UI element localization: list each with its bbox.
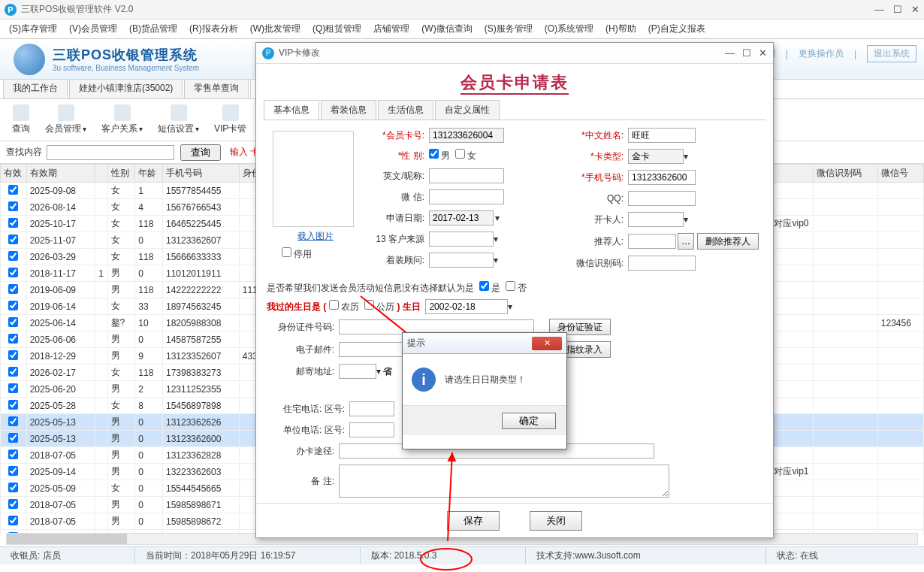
menu-item[interactable]: (B)货品管理 — [123, 20, 183, 38]
row-checkbox[interactable] — [8, 383, 18, 393]
cardtype-field[interactable] — [628, 149, 684, 164]
menu-item[interactable]: (W)微信查询 — [415, 20, 478, 38]
pick-recommender-button[interactable]: … — [678, 233, 694, 250]
menu-item[interactable]: (W)批发管理 — [244, 20, 306, 38]
row-checkbox[interactable] — [8, 433, 18, 443]
dialog-tab[interactable]: 自定义属性 — [435, 100, 500, 120]
opener-field[interactable] — [628, 212, 684, 227]
row-checkbox[interactable] — [8, 185, 18, 195]
menu-item[interactable]: (R)报表分析 — [183, 20, 244, 38]
stop-checkbox[interactable]: 停用 — [282, 249, 312, 259]
custsrc-field[interactable] — [429, 232, 494, 247]
birthday-solar[interactable]: 公历 — [364, 301, 394, 312]
sms-yes[interactable]: 是 — [479, 283, 500, 293]
row-checkbox[interactable] — [8, 499, 18, 509]
doc-tab[interactable]: 娃娃小镇津淮店(35002) — [69, 77, 183, 98]
row-checkbox[interactable] — [8, 317, 18, 327]
menu-item[interactable]: 店铺管理 — [367, 20, 415, 38]
upload-photo-link[interactable]: 载入图片 — [267, 230, 364, 243]
row-checkbox[interactable] — [8, 251, 18, 261]
search-button[interactable]: 查询 — [180, 144, 221, 161]
cardno-field[interactable] — [429, 128, 504, 143]
qq-field[interactable] — [628, 191, 696, 206]
doc-tab[interactable]: 我的工作台 — [3, 77, 68, 98]
menu-item[interactable]: (S)库存管理 — [3, 20, 63, 38]
row-checkbox[interactable] — [8, 416, 18, 426]
column-header[interactable] — [95, 165, 107, 183]
dialog-tab[interactable]: 生活信息 — [378, 100, 433, 120]
dialog-titlebar[interactable]: P VIP卡修改 — ☐ ✕ — [256, 43, 773, 64]
close-button[interactable]: ✕ — [911, 4, 919, 15]
work-area-field[interactable] — [349, 422, 394, 437]
column-header[interactable]: 有效 — [1, 165, 27, 183]
birthday-lunar[interactable]: 农历 — [329, 301, 359, 312]
delete-recommender-button[interactable]: 删除推荐人 — [697, 233, 759, 250]
row-checkbox[interactable] — [8, 284, 18, 294]
close-dialog-button[interactable]: 关闭 — [530, 511, 582, 531]
row-checkbox[interactable] — [8, 400, 18, 410]
menu-item[interactable]: (H)帮助 — [599, 20, 642, 38]
ename-field[interactable] — [429, 168, 504, 183]
alert-close-button[interactable]: ✕ — [532, 337, 562, 350]
addr-prov-field[interactable] — [339, 364, 376, 379]
dresser-field[interactable] — [429, 253, 494, 268]
column-header[interactable]: 手机号码 — [162, 165, 239, 183]
birthday-field[interactable] — [425, 299, 508, 314]
applydate-field[interactable] — [429, 210, 494, 225]
column-header[interactable]: 有效期 — [26, 165, 95, 183]
note-field[interactable] — [339, 465, 669, 498]
row-checkbox[interactable] — [8, 218, 18, 228]
action-switch-operator[interactable]: 更换操作员 — [799, 47, 844, 60]
alert-titlebar[interactable]: 提示 ✕ — [403, 333, 566, 354]
tool-crm[interactable]: 客户关系 — [95, 103, 149, 137]
column-header[interactable]: 年龄 — [135, 165, 163, 183]
cname-field[interactable] — [628, 128, 696, 143]
row-checkbox[interactable] — [8, 268, 18, 277]
action-exit[interactable]: 退出系统 — [867, 45, 916, 62]
column-header[interactable]: 微信识别码 — [814, 165, 878, 183]
home-area-field[interactable] — [349, 401, 394, 416]
row-checkbox[interactable] — [8, 201, 18, 211]
sex-male[interactable]: 男 — [429, 149, 450, 162]
row-checkbox[interactable] — [8, 350, 18, 360]
row-checkbox[interactable] — [8, 483, 18, 492]
alert-text: 请选生日日期类型！ — [445, 374, 526, 386]
tool-query[interactable]: 查询 — [6, 103, 36, 137]
maximize-button[interactable]: ☐ — [893, 4, 902, 15]
row-checkbox[interactable] — [8, 334, 18, 344]
mobile-field[interactable] — [628, 170, 696, 185]
sex-female[interactable]: 女 — [455, 149, 476, 162]
column-header[interactable]: 微信号 — [877, 165, 923, 183]
wechat-field[interactable] — [429, 189, 504, 204]
row-checkbox[interactable] — [8, 466, 18, 476]
menu-item[interactable]: (V)会员管理 — [63, 20, 123, 38]
tool-member[interactable]: 会员管理 — [39, 103, 92, 137]
doc-tab[interactable]: 零售单查询 — [184, 77, 249, 98]
row-checkbox[interactable] — [8, 516, 18, 525]
menu-item[interactable]: (O)系统管理 — [539, 20, 599, 38]
tool-vipcard[interactable]: VIP卡管 — [208, 103, 252, 137]
column-header[interactable]: 性别 — [107, 165, 135, 183]
search-label: 查找内容 — [6, 146, 42, 159]
app-title: 三联POS收银管理软件 V2.0 — [21, 3, 874, 16]
dialog-tab[interactable]: 着装信息 — [321, 100, 376, 120]
dialog-tab[interactable]: 基本信息 — [264, 100, 319, 120]
row-checkbox[interactable] — [8, 449, 18, 459]
dialog-close-button[interactable]: ✕ — [759, 47, 767, 59]
row-checkbox[interactable] — [8, 301, 18, 310]
wxid-field[interactable] — [628, 256, 696, 271]
sms-no[interactable]: 否 — [506, 283, 527, 293]
dialog-minimize-button[interactable]: — — [725, 47, 735, 59]
row-checkbox[interactable] — [8, 367, 18, 377]
dialog-maximize-button[interactable]: ☐ — [742, 47, 751, 59]
tool-sms[interactable]: 短信设置 — [152, 103, 205, 137]
search-input[interactable] — [47, 145, 174, 160]
menu-item[interactable]: (P)自定义报表 — [642, 20, 711, 38]
menu-item[interactable]: (Q)租赁管理 — [306, 20, 367, 38]
recommender-field[interactable] — [628, 234, 676, 249]
alert-ok-button[interactable]: 确定 — [502, 413, 556, 429]
menu-item[interactable]: (S)服务管理 — [479, 20, 539, 38]
row-checkbox[interactable] — [8, 235, 18, 244]
save-button[interactable]: 保存 — [447, 511, 500, 531]
minimize-button[interactable]: — — [874, 4, 884, 15]
